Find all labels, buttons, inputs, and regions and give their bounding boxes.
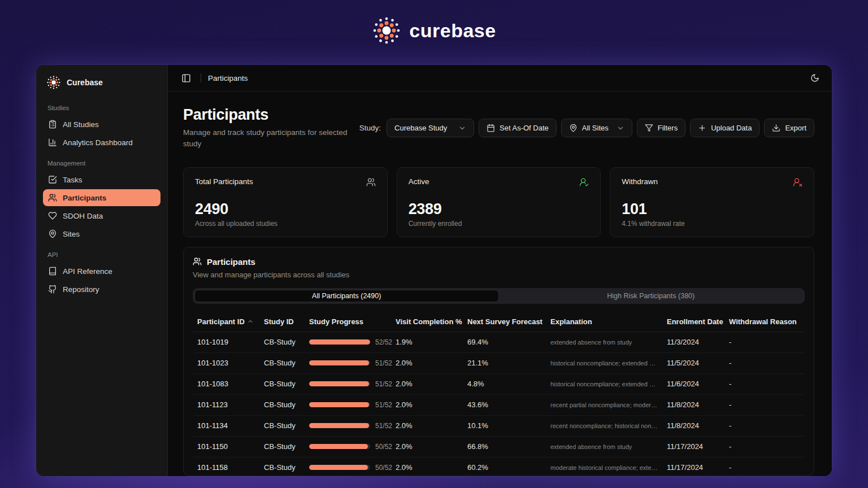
column-header-withdrawal-reason[interactable]: Withdrawal Reason <box>729 317 800 326</box>
stat-caption: Across all uploaded studies <box>195 220 376 228</box>
user-check-icon <box>579 177 589 187</box>
stat-title: Total Participants <box>195 177 253 186</box>
table-row[interactable]: 101-1083 CB-Study 51/52 2.0% 4.8% histor… <box>193 374 805 395</box>
participants-panel: Participants View and manage participant… <box>183 247 814 477</box>
cell-study-progress: 52/52 <box>309 338 396 346</box>
cell-explanation: moderate historical compliance; extend… <box>550 464 667 471</box>
sidebar-item-label: All Studies <box>63 120 99 129</box>
column-header-explanation[interactable]: Explanation <box>550 317 667 326</box>
column-header-study-id[interactable]: Study ID <box>264 317 309 326</box>
cell-participant-id: 101-1134 <box>197 421 264 430</box>
cell-explanation: extended absence from study <box>550 443 667 450</box>
page-controls: Study: Curebase Study Set As-Of Date All… <box>359 119 814 137</box>
check-square-icon <box>48 175 57 184</box>
cell-participant-id: 101-1158 <box>197 463 264 472</box>
cell-study-progress: 51/52 <box>309 422 396 430</box>
user-x-icon <box>793 177 802 187</box>
cell-study-id: CB-Study <box>264 400 309 409</box>
cell-visit-completion: 2.0% <box>396 380 467 388</box>
column-header-enrollment-date[interactable]: Enrollment Date <box>667 317 729 326</box>
sidebar-item-label: SDOH Data <box>63 212 103 220</box>
sidebar-item-label: Sites <box>63 230 80 238</box>
table-body: 101-1019 CB-Study 52/52 1.9% 69.4% exten… <box>193 332 805 477</box>
cell-withdrawal-reason: - <box>729 400 800 409</box>
upload-data-button[interactable]: Upload Data <box>690 119 760 137</box>
tab-high-risk-participants[interactable]: High Risk Participants (380) <box>499 290 804 302</box>
users-icon <box>48 193 57 202</box>
table-row[interactable]: 101-1123 CB-Study 51/52 2.0% 43.6% recen… <box>193 395 805 416</box>
sidebar-brand[interactable]: Curebase <box>43 73 160 92</box>
cell-study-id: CB-Study <box>264 442 309 451</box>
cell-visit-completion: 1.9% <box>396 338 467 346</box>
cell-next-survey-forecast: 43.6% <box>467 400 550 409</box>
stats-row: Total Participants 2490 Across all uploa… <box>183 167 814 237</box>
topbar: Participants <box>168 65 832 91</box>
top-brand: curebase <box>0 0 868 61</box>
sidebar-item-sdoh-data[interactable]: SDOH Data <box>43 207 160 224</box>
cell-next-survey-forecast: 21.1% <box>467 359 550 367</box>
progress-label: 50/52 <box>375 464 392 472</box>
sidebar-section-management: Management <box>47 160 156 167</box>
sidebar-item-tasks[interactable]: Tasks <box>43 171 160 188</box>
cell-study-id: CB-Study <box>264 421 309 430</box>
sidebar-item-analytics-dashboard[interactable]: Analytics Dashboard <box>43 134 160 151</box>
plus-icon <box>698 124 706 132</box>
sidebar-brand-name: Curebase <box>67 78 103 87</box>
set-as-of-date-button[interactable]: Set As-Of Date <box>479 119 557 137</box>
cell-study-id: CB-Study <box>264 380 309 388</box>
cell-enrollment-date: 11/3/2024 <box>667 338 729 346</box>
study-select[interactable]: Curebase Study <box>387 119 474 137</box>
export-button[interactable]: Export <box>764 119 814 137</box>
table-row[interactable]: 101-1019 CB-Study 52/52 1.9% 69.4% exten… <box>193 332 805 353</box>
sidebar-item-label: Tasks <box>63 176 83 184</box>
calendar-icon <box>487 124 495 132</box>
sidebar-item-all-studies[interactable]: All Studies <box>43 116 160 133</box>
table-row[interactable]: 101-1158 CB-Study 50/52 2.0% 60.2% moder… <box>193 457 805 477</box>
column-header-study-progress[interactable]: Study Progress <box>309 317 396 326</box>
progress-label: 50/52 <box>375 443 392 451</box>
stat-title: Active <box>409 177 429 186</box>
table-row[interactable]: 101-1150 CB-Study 50/52 2.0% 66.8% exten… <box>193 437 805 457</box>
main-area: Participants Participants Manage and tra… <box>168 65 832 476</box>
cell-next-survey-forecast: 4.8% <box>467 380 550 388</box>
page-content: Participants Manage and track study part… <box>168 91 832 476</box>
sidebar-item-api-reference[interactable]: API Reference <box>43 263 160 280</box>
table-row[interactable]: 101-1023 CB-Study 51/52 2.0% 21.1% histo… <box>193 353 805 374</box>
column-header-next-survey-forecast[interactable]: Next Survey Forecast <box>467 317 550 326</box>
stat-caption: Currently enrolled <box>409 220 589 228</box>
cell-withdrawal-reason: - <box>729 359 800 367</box>
sidebar-item-label: Analytics Dashboard <box>63 138 133 147</box>
column-header-visit-completion[interactable]: Visit Completion % <box>396 317 467 326</box>
sidebar-item-participants[interactable]: Participants <box>43 189 160 206</box>
theme-toggle-button[interactable] <box>807 70 823 86</box>
progress-bar <box>309 444 370 449</box>
sidebar-section-api: API <box>47 251 156 258</box>
github-icon <box>48 285 57 294</box>
map-pin-icon <box>569 124 578 132</box>
moon-icon <box>810 73 819 82</box>
filters-button[interactable]: Filters <box>637 119 685 137</box>
tab-all-participants[interactable]: All Participants (2490) <box>194 290 499 302</box>
sidebar-item-repository[interactable]: Repository <box>43 281 160 298</box>
table-row[interactable]: 101-1134 CB-Study 51/52 2.0% 10.1% recen… <box>193 416 805 437</box>
cell-enrollment-date: 11/8/2024 <box>667 400 729 409</box>
cell-next-survey-forecast: 10.1% <box>467 421 550 430</box>
stat-value: 2389 <box>409 201 589 218</box>
topbar-divider <box>201 73 201 82</box>
sites-select[interactable]: All Sites <box>561 119 632 137</box>
cell-withdrawal-reason: - <box>729 380 800 388</box>
sidebar-toggle-button[interactable] <box>178 70 194 86</box>
sidebar-item-sites[interactable]: Sites <box>43 225 160 242</box>
progress-label: 51/52 <box>375 401 392 409</box>
cell-withdrawal-reason: - <box>729 463 800 472</box>
cell-visit-completion: 2.0% <box>396 442 467 451</box>
progress-label: 51/52 <box>375 422 392 430</box>
sidebar: Curebase Studies All Studies Analytics D… <box>36 65 168 476</box>
cell-enrollment-date: 11/17/2024 <box>667 442 729 451</box>
stat-card-active: Active 2389 Currently enrolled <box>397 167 601 237</box>
column-header-participant-id[interactable]: Participant ID <box>197 317 264 326</box>
progress-bar <box>309 402 370 407</box>
cell-study-id: CB-Study <box>264 463 309 472</box>
heart-icon <box>48 211 57 220</box>
cell-explanation: historical noncompliance; extended abs… <box>550 360 667 367</box>
